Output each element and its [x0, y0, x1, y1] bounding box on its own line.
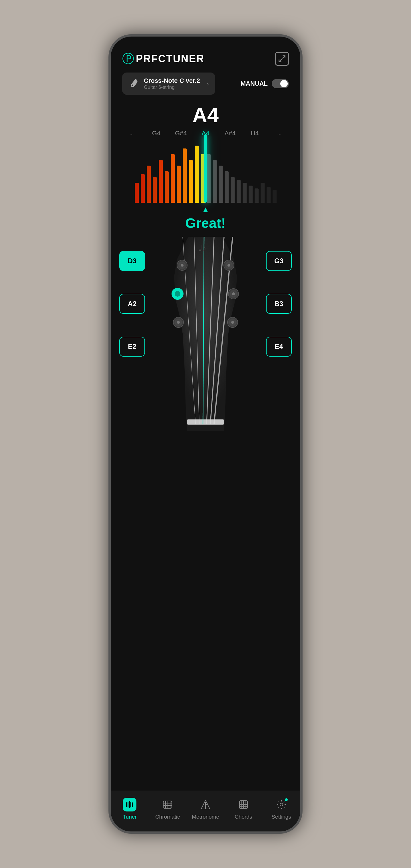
bar-21 — [255, 188, 259, 203]
bar-16 — [225, 171, 229, 203]
tuner-scale: ... G4 G#4 A4 A#4 H4 ... — [111, 130, 300, 237]
nav-item-settings[interactable]: Settings — [267, 798, 296, 820]
phone-frame: Ⓟ PRFCTUNER Cross-Note C ve — [108, 34, 303, 834]
string-e2[interactable]: E2 — [119, 337, 145, 356]
svg-rect-3 — [187, 420, 224, 425]
instrument-row: Cross-Note C ver.2 Guitar 6-string › MAN… — [111, 72, 300, 95]
string-labels-left: D3 A2 E2 — [119, 251, 145, 356]
svg-point-30 — [231, 321, 234, 324]
nav-item-chromatic[interactable]: Chromatic — [153, 798, 182, 820]
manual-toggle[interactable] — [272, 79, 289, 88]
svg-point-24 — [227, 264, 230, 267]
svg-rect-34 — [129, 801, 130, 808]
svg-point-53 — [280, 803, 283, 806]
nav-label-metronome: Metronome — [192, 814, 219, 820]
expand-button[interactable] — [275, 52, 289, 66]
note-display: A4 — [111, 100, 300, 127]
svg-text:♩♪: ♩♪ — [198, 244, 206, 253]
metronome-icon — [199, 798, 212, 811]
string-b3[interactable]: B3 — [266, 294, 292, 314]
bar-11 — [195, 146, 199, 203]
bar-20 — [249, 186, 253, 203]
bottom-nav: Tuner Chromatic — [111, 790, 300, 832]
scale-a4s: A#4 — [219, 130, 242, 137]
bar-17 — [231, 177, 234, 203]
settings-icon — [275, 798, 288, 811]
instrument-selector[interactable]: Cross-Note C ver.2 Guitar 6-string › — [122, 72, 215, 95]
bar-7 — [171, 154, 175, 203]
chromatic-icon — [161, 798, 175, 811]
bar-13 — [207, 154, 211, 203]
scale-h4: H4 — [244, 130, 266, 137]
tuner-icon — [123, 798, 136, 811]
string-labels-right: G3 B3 E4 — [266, 251, 292, 356]
string-e4[interactable]: E4 — [266, 337, 292, 356]
svg-point-18 — [175, 291, 180, 297]
manual-label: MANUAL — [241, 80, 268, 87]
chords-icon — [236, 798, 250, 811]
app-title: PRFCTUNER — [136, 53, 204, 65]
bar-4 — [153, 177, 157, 203]
svg-rect-32 — [126, 802, 127, 807]
svg-point-27 — [232, 292, 235, 295]
nav-label-chromatic: Chromatic — [155, 814, 180, 820]
scale-g4s: G#4 — [169, 130, 192, 137]
bar-19 — [243, 183, 247, 203]
app-screen: Ⓟ PRFCTUNER Cross-Note C ve — [111, 36, 300, 832]
nav-label-chords: Chords — [234, 814, 252, 820]
guitar-section: D3 A2 E2 — [111, 237, 300, 790]
nav-label-tuner: Tuner — [123, 814, 137, 820]
logo: Ⓟ PRFCTUNER — [122, 51, 204, 67]
bar-3 — [147, 165, 151, 203]
center-bar — [204, 134, 207, 203]
center-arrow: ▲ — [117, 205, 294, 214]
svg-point-13 — [181, 264, 184, 267]
nav-item-tuner[interactable]: Tuner — [115, 798, 144, 820]
header: Ⓟ PRFCTUNER — [111, 36, 300, 72]
bar-12 — [201, 154, 204, 203]
string-a2[interactable]: A2 — [119, 294, 145, 314]
instrument-name: Cross-Note C ver.2 — [144, 77, 200, 85]
bar-2 — [141, 174, 145, 203]
svg-point-21 — [177, 321, 180, 324]
instrument-info: Cross-Note C ver.2 Guitar 6-string — [144, 77, 200, 90]
manual-row: MANUAL — [241, 79, 289, 88]
logo-icon: Ⓟ — [122, 51, 134, 67]
bar-10 — [189, 160, 193, 203]
scale-dots-right: ... — [268, 130, 291, 136]
bar-8 — [177, 165, 181, 203]
nav-item-chords[interactable]: Chords — [229, 798, 258, 820]
bar-18 — [236, 180, 241, 203]
tuning-status: Great! — [117, 215, 294, 231]
nav-item-metronome[interactable]: Metronome — [191, 798, 220, 820]
svg-rect-33 — [128, 802, 128, 807]
bar-6 — [165, 171, 169, 203]
bar-9 — [183, 149, 187, 203]
nav-label-settings: Settings — [272, 814, 291, 820]
bar-14 — [213, 160, 217, 203]
bar-24 — [273, 190, 277, 203]
headstock-container: D3 A2 E2 — [111, 237, 300, 790]
scale-dots-left: ... — [120, 130, 143, 136]
toggle-knob — [280, 80, 288, 87]
svg-rect-35 — [130, 802, 131, 807]
bar-22 — [261, 183, 264, 203]
chevron-icon: › — [207, 81, 209, 87]
string-g3[interactable]: G3 — [266, 251, 292, 271]
current-note: A4 — [111, 103, 300, 127]
bar-1 — [135, 183, 139, 203]
string-d3[interactable]: D3 — [119, 251, 145, 271]
scale-g4: G4 — [145, 130, 167, 137]
bar-15 — [219, 165, 223, 203]
bar-23 — [266, 187, 271, 203]
bar-5 — [159, 160, 163, 203]
svg-rect-36 — [132, 802, 133, 807]
instrument-sub: Guitar 6-string — [144, 85, 200, 90]
headstock-svg: ♩♪ — [154, 237, 257, 790]
tuner-bars — [117, 140, 294, 203]
